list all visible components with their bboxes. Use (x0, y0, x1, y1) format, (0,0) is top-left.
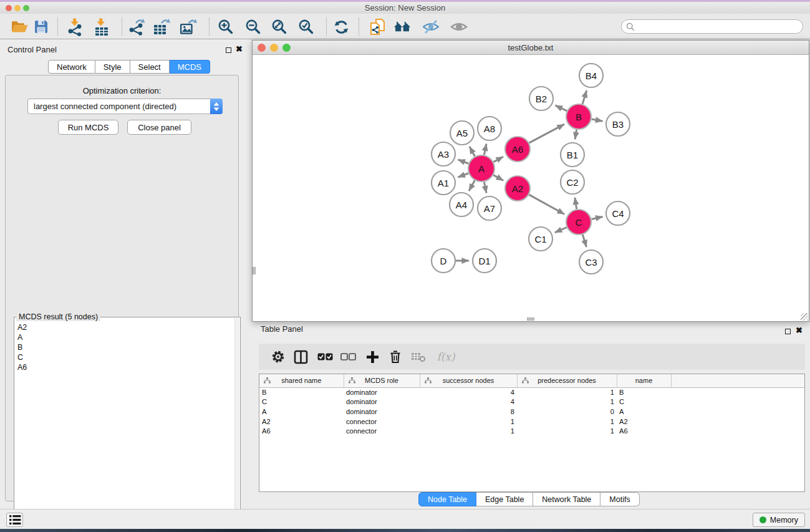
table-cell[interactable]: 1 (517, 387, 617, 397)
table-cell[interactable]: A2 (617, 417, 671, 427)
graph-edge[interactable] (592, 119, 603, 121)
column-header-successor-nodes[interactable]: successor nodes (420, 374, 517, 387)
result-scrollbar[interactable] (234, 318, 239, 529)
import-network-button[interactable] (66, 18, 84, 36)
close-panel-button[interactable]: Close panel (127, 120, 191, 135)
graph-edge[interactable] (555, 227, 567, 232)
table-cell[interactable]: A (259, 407, 344, 417)
table-cell[interactable]: 1 (517, 397, 617, 407)
graph-node-A[interactable]: A (468, 155, 494, 181)
table-cell[interactable]: connector (344, 417, 420, 427)
table-cell[interactable]: 4 (420, 397, 517, 407)
table-cell[interactable]: 1 (517, 426, 617, 436)
graph-node-A7[interactable]: A7 (478, 196, 501, 220)
column-header-MCDS-role[interactable]: MCDS role (344, 374, 420, 387)
table-cell[interactable]: 1 (517, 417, 617, 427)
show-panels-button[interactable] (450, 18, 468, 36)
graph-node-A4[interactable]: A4 (450, 193, 473, 216)
table-cell[interactable]: A2 (259, 417, 344, 427)
graph-edge[interactable] (575, 198, 577, 210)
graph-node-A2[interactable]: A2 (505, 176, 530, 201)
graph-node-C3[interactable]: C3 (579, 250, 603, 274)
table-cell[interactable]: C (617, 397, 671, 407)
select-all-button[interactable] (317, 349, 333, 365)
tab-network-table[interactable]: Network Table (533, 492, 600, 506)
add-column-button[interactable] (364, 349, 380, 365)
table-cell[interactable]: C (259, 397, 344, 407)
graph-node-C1[interactable]: C1 (529, 227, 552, 251)
export-image-button[interactable] (180, 18, 197, 36)
graph-edge[interactable] (582, 90, 587, 104)
graph-edge[interactable] (458, 160, 468, 163)
close-table-panel-icon[interactable]: ✖ (796, 326, 803, 335)
graph-edge[interactable] (582, 235, 586, 247)
graph-edge[interactable] (575, 130, 577, 140)
tab-edge-table[interactable]: Edge Table (476, 492, 533, 506)
graph-node-C2[interactable]: C2 (561, 170, 584, 194)
column-header-name[interactable]: name (617, 374, 671, 387)
table-row[interactable]: Bdominator41B (259, 387, 805, 397)
graph-node-A8[interactable]: A8 (478, 117, 501, 140)
graph-node-D1[interactable]: D1 (473, 249, 496, 273)
close-panel-icon[interactable]: ✖ (236, 44, 243, 54)
graph-edge[interactable] (493, 157, 503, 162)
graph-node-B1[interactable]: B1 (561, 143, 584, 167)
hide-panels-button[interactable] (422, 18, 440, 36)
table-cell[interactable]: 1 (420, 417, 517, 427)
home-button[interactable] (393, 18, 411, 36)
graph-edge[interactable] (556, 105, 567, 111)
network-vertical-scrollbar[interactable] (253, 267, 256, 274)
table-cell[interactable]: A6 (617, 426, 671, 436)
window-resize-handle[interactable] (801, 313, 808, 321)
run-mcds-button[interactable]: Run MCDS (58, 120, 118, 135)
split-columns-button[interactable] (292, 349, 309, 365)
tab-network[interactable]: Network (48, 60, 95, 74)
graph-node-A6[interactable]: A6 (505, 137, 530, 162)
table-cell[interactable]: 8 (420, 407, 517, 417)
graph-edge[interactable] (458, 173, 468, 177)
save-session-button[interactable] (32, 18, 50, 36)
tab-select[interactable]: Select (130, 60, 170, 74)
table-cell[interactable]: 4 (420, 387, 517, 397)
tab-style[interactable]: Style (95, 60, 130, 74)
graph-edge[interactable] (469, 180, 475, 191)
graph-edge[interactable] (529, 195, 564, 214)
delete-table-button[interactable] (410, 349, 427, 365)
float-table-panel-icon[interactable] (785, 329, 791, 334)
graph-node-A1[interactable]: A1 (432, 171, 455, 195)
criterion-dropdown[interactable]: largest connected component (directed) (27, 99, 223, 114)
zoom-in-button[interactable] (217, 18, 234, 36)
graph-edge[interactable] (470, 147, 475, 157)
search-field[interactable] (621, 19, 803, 34)
network-snapshot-button[interactable] (369, 18, 386, 36)
tab-motifs[interactable]: Motifs (600, 492, 639, 506)
graph-node-B4[interactable]: B4 (579, 64, 603, 87)
export-table-button[interactable] (153, 18, 170, 36)
table-cell[interactable]: B (617, 387, 671, 397)
network-window-titlebar[interactable]: testGlobe.txt (253, 41, 809, 55)
table-cell[interactable]: dominator (344, 407, 420, 417)
graph-node-D[interactable]: D (432, 249, 455, 273)
task-history-button[interactable] (6, 513, 23, 527)
network-canvas[interactable]: B4B2BB3A5A8A6B1A3AA1C2A2A4A7C4CC1DD1C3 (253, 55, 809, 321)
refresh-button[interactable] (332, 18, 350, 36)
graph-node-B3[interactable]: B3 (606, 112, 630, 136)
graph-edge[interactable] (591, 216, 602, 219)
table-row[interactable]: Cdominator41C (259, 397, 805, 407)
import-table-button[interactable] (93, 18, 110, 36)
table-cell[interactable]: A6 (259, 426, 344, 436)
graph-edge[interactable] (484, 182, 486, 193)
table-settings-button[interactable] (270, 349, 286, 365)
graph-node-C4[interactable]: C4 (606, 201, 630, 225)
table-cell[interactable]: 1 (420, 426, 517, 436)
network-graph[interactable]: B4B2BB3A5A8A6B1A3AA1C2A2A4A7C4CC1DD1C3 (253, 55, 809, 321)
table-cell[interactable]: 0 (517, 407, 617, 417)
zoom-fit-button[interactable] (271, 18, 288, 36)
graph-node-A5[interactable]: A5 (450, 121, 474, 145)
table-cell[interactable]: dominator (344, 387, 420, 397)
zoom-out-button[interactable] (244, 18, 262, 36)
zoom-selected-button[interactable] (297, 18, 315, 36)
float-panel-icon[interactable] (226, 47, 231, 53)
table-cell[interactable]: dominator (344, 397, 420, 407)
network-horizontal-scrollbar[interactable] (527, 317, 534, 321)
